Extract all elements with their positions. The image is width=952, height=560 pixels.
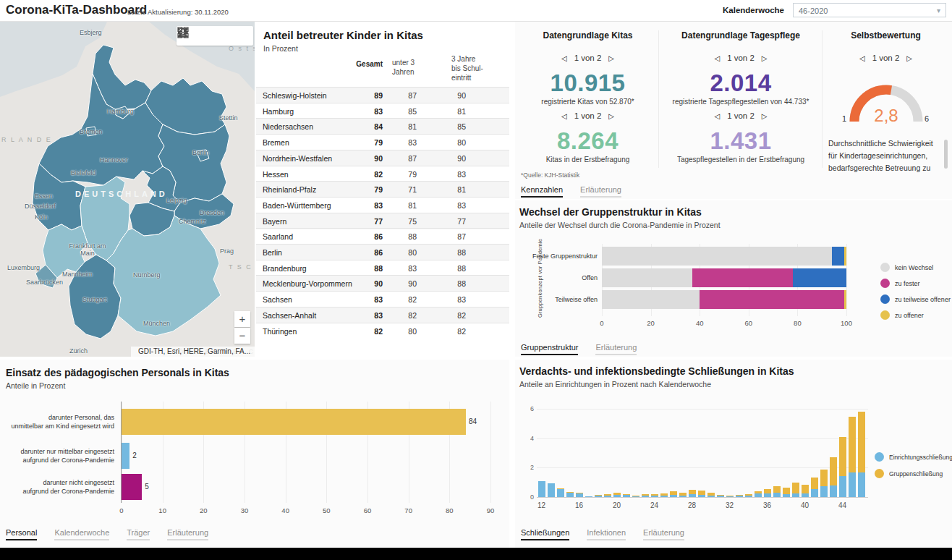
bar-einrichtungsschliessung[interactable] [820, 486, 828, 497]
tab-erläuterung[interactable]: Erläuterung [167, 528, 208, 540]
bar-einrichtungsschliessung[interactable] [830, 485, 837, 497]
bar-einrichtungsschliessung[interactable] [783, 494, 790, 497]
bar-einrichtungsschliessung[interactable] [548, 483, 555, 497]
pager-next-icon[interactable]: ▷ [755, 54, 775, 62]
bar-einrichtungsschliessung[interactable] [755, 493, 762, 497]
zoom-out-button[interactable]: − [234, 328, 250, 344]
bar-einrichtungsschliessung[interactable] [670, 495, 677, 497]
bar-einrichtungsschliessung[interactable] [858, 472, 865, 497]
tab-gruppenstruktur[interactable]: Gruppenstruktur [521, 343, 578, 355]
pager-prev-icon[interactable]: ◁ [707, 112, 727, 120]
bar-segment-zu-offener[interactable] [844, 247, 846, 266]
bar-gruppenschliessung[interactable] [839, 437, 846, 476]
table-row[interactable]: Saarland868887 [256, 228, 509, 245]
pager-next-icon[interactable]: ▷ [755, 112, 775, 120]
bar-gruppenschliessung[interactable] [783, 488, 790, 494]
bar-einrichtungsschliessung[interactable] [802, 493, 809, 497]
bar-einrichtungsschliessung[interactable] [689, 494, 696, 497]
bar-einrichtungsschliessung[interactable] [613, 495, 621, 497]
table-row[interactable]: Schleswig-Holstein898790 [256, 87, 509, 103]
table-row[interactable]: Nordrhein-Westfalen908790 [256, 150, 509, 166]
bar[interactable] [122, 443, 129, 469]
table-row[interactable]: Sachsen-Anhalt838282 [256, 307, 509, 323]
pager-prev-icon[interactable]: ◁ [852, 54, 872, 62]
bar-gruppenschliessung[interactable] [858, 412, 865, 472]
zoom-in-button[interactable]: + [234, 311, 250, 327]
tab-erläuterung[interactable]: Erläuterung [580, 185, 621, 198]
table-row[interactable]: Berlin868088 [256, 244, 509, 260]
tab-träger[interactable]: Träger [127, 528, 150, 540]
bar-gruppenschliessung[interactable] [792, 483, 799, 493]
tab-kalenderwoche[interactable]: Kalenderwoche [54, 528, 109, 540]
table-row[interactable]: Hessen827983 [256, 166, 509, 182]
tab-kennzahlen[interactable]: Kennzahlen [521, 185, 563, 198]
bar-segment-zu-fester[interactable] [692, 268, 793, 287]
bar-einrichtungsschliessung[interactable] [726, 496, 734, 497]
bar-einrichtungsschliessung[interactable] [698, 495, 705, 497]
bar-einrichtungsschliessung[interactable] [707, 496, 715, 497]
pager-prev-icon[interactable]: ◁ [554, 54, 574, 62]
pager-next-icon[interactable]: ▷ [601, 54, 621, 62]
bar-segment-zu-offener[interactable] [844, 290, 846, 309]
table-row[interactable]: Mecklenburg-Vorpommern909088 [256, 275, 509, 292]
bar-einrichtungsschliessung[interactable] [632, 496, 639, 497]
bar-einrichtungsschliessung[interactable] [679, 496, 687, 497]
bar-segment-kein-Wechsel[interactable] [602, 247, 832, 266]
bar-segment-zu-fester[interactable] [700, 290, 843, 309]
pager-next-icon[interactable]: ▷ [899, 54, 919, 62]
table-row[interactable]: Baden-Württemberg838183 [256, 197, 509, 213]
bar-gruppenschliessung[interactable] [811, 478, 818, 489]
table-row[interactable]: Hamburg838581 [256, 103, 509, 119]
bar-segment-kein-Wechsel[interactable] [602, 290, 700, 309]
bar-einrichtungsschliessung[interactable] [623, 495, 630, 497]
pager-next-icon[interactable]: ▷ [601, 112, 621, 120]
bar-gruppenschliessung[interactable] [802, 485, 809, 493]
tab-infektionen[interactable]: Infektionen [587, 528, 626, 540]
table-row[interactable]: Brandenburg888388 [256, 260, 509, 276]
bar-einrichtungsschliessung[interactable] [595, 496, 602, 497]
bar[interactable] [122, 409, 466, 435]
tab-personal[interactable]: Personal [6, 528, 37, 540]
table-row[interactable]: Rheinland-Pfalz797181 [256, 181, 509, 198]
table-row[interactable]: Sachsen838283 [256, 291, 509, 307]
bar-gruppenschliessung[interactable] [773, 486, 781, 493]
bar-einrichtungsschliessung[interactable] [576, 493, 583, 497]
bar-einrichtungsschliessung[interactable] [557, 489, 564, 497]
bar-einrichtungsschliessung[interactable] [585, 496, 592, 497]
bar-einrichtungsschliessung[interactable] [773, 493, 781, 497]
scrollbar[interactable] [944, 140, 948, 169]
bar-einrichtungsschliessung[interactable] [538, 481, 545, 497]
bar-einrichtungsschliessung[interactable] [736, 496, 743, 497]
bar-einrichtungsschliessung[interactable] [764, 493, 771, 497]
kalenderwoche-select[interactable]: 46-2020 ▾ [793, 3, 946, 17]
bar-einrichtungsschliessung[interactable] [660, 496, 668, 497]
bar-segment-kein-Wechsel[interactable] [602, 268, 692, 287]
bar-gruppenschliessung[interactable] [820, 470, 828, 485]
map-panel[interactable]: EsbjergHamburgStettinBremenHannoverBerli… [0, 22, 255, 357]
bar-einrichtungsschliessung[interactable] [651, 496, 658, 497]
bar-einrichtungsschliessung[interactable] [642, 496, 649, 497]
table-row[interactable]: Bayern777577 [256, 213, 509, 229]
bar-einrichtungsschliessung[interactable] [811, 489, 818, 497]
tab-erläuterung[interactable]: Erläuterung [643, 528, 684, 540]
pager-prev-icon[interactable]: ◁ [554, 112, 574, 120]
table-row[interactable]: Bremen798380 [256, 134, 509, 150]
bar-einrichtungsschliessung[interactable] [745, 496, 752, 497]
bar-gruppenschliessung[interactable] [830, 457, 837, 485]
bar[interactable] [122, 474, 142, 500]
bar-einrichtungsschliessung[interactable] [792, 493, 799, 497]
bar-einrichtungsschliessung[interactable] [849, 472, 856, 497]
table-row[interactable]: Niedersachsen848185 [256, 118, 509, 135]
bar-gruppenschliessung[interactable] [849, 417, 856, 472]
bar-einrichtungsschliessung[interactable] [839, 476, 846, 497]
tab-schließungen[interactable]: Schließungen [521, 528, 569, 540]
bar-einrichtungsschliessung[interactable] [717, 496, 724, 497]
pager-prev-icon[interactable]: ◁ [707, 54, 727, 62]
basemap-grid-icon[interactable] [177, 26, 190, 39]
bar-einrichtungsschliessung[interactable] [604, 496, 611, 497]
bar-einrichtungsschliessung[interactable] [566, 493, 574, 497]
tab-erläuterung[interactable]: Erläuterung [595, 343, 637, 355]
bar-segment-zu-teilweise-offener[interactable] [793, 268, 846, 287]
bar-segment-zu-teilweise-offener[interactable] [832, 247, 844, 266]
table-row[interactable]: Thüringen828082 [256, 323, 509, 339]
